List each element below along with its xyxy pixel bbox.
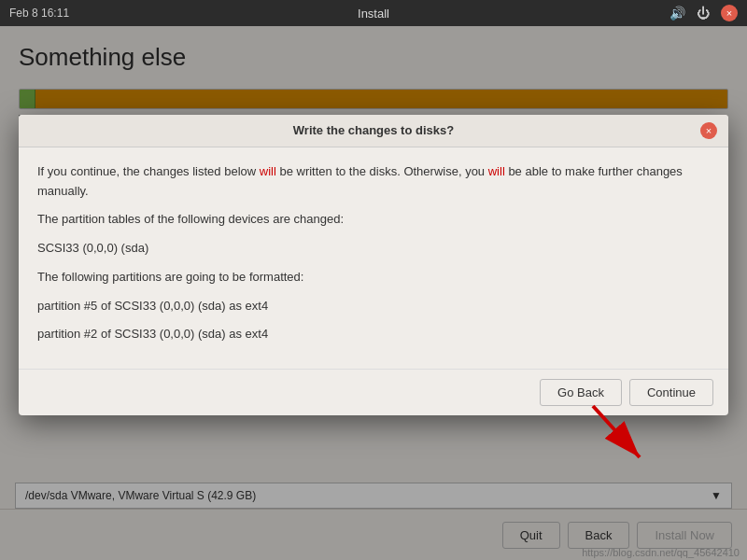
main-window: Something else sda5 (ext4) 1.0 GB sda2 (… <box>0 26 747 560</box>
dialog-close-button[interactable]: × <box>700 122 717 139</box>
dialog-body-line5: partition #5 of SCSI33 (0,0,0) (sda) as … <box>37 297 710 316</box>
dialog-body-line1: If you continue, the changes listed belo… <box>37 162 710 202</box>
titlebar-controls: 🔊 ⏻ × <box>669 5 738 21</box>
continue-button[interactable]: Continue <box>629 379 713 406</box>
power-icon[interactable]: ⏻ <box>697 6 710 21</box>
window-close-button[interactable]: × <box>721 5 738 21</box>
dialog-body-line2: The partition tables of the following de… <box>37 210 710 230</box>
dialog-body-line6: partition #2 of SCSI33 (0,0,0) (sda) as … <box>37 325 710 344</box>
dialog-body: If you continue, the changes listed belo… <box>19 147 728 370</box>
dialog-titlebar: Write the changes to disks? × <box>19 115 728 147</box>
titlebar-title: Install <box>358 7 389 21</box>
close-icon: × <box>726 7 732 19</box>
dialog-overlay: Write the changes to disks? × If you con… <box>0 26 747 560</box>
titlebar: Feb 8 16:11 Install 🔊 ⏻ × <box>0 0 747 26</box>
go-back-button[interactable]: Go Back <box>540 379 622 406</box>
dialog-footer: Go Back Continue <box>19 369 728 415</box>
titlebar-datetime: Feb 8 16:11 <box>9 7 69 20</box>
dialog-body-line4: The following partitions are going to be… <box>37 268 710 287</box>
dialog-close-icon: × <box>706 125 712 136</box>
dialog-body-line3: SCSI33 (0,0,0) (sda) <box>37 239 710 259</box>
dialog-title: Write the changes to disks? <box>47 123 700 137</box>
write-changes-dialog: Write the changes to disks? × If you con… <box>19 115 728 416</box>
volume-icon[interactable]: 🔊 <box>669 6 685 21</box>
